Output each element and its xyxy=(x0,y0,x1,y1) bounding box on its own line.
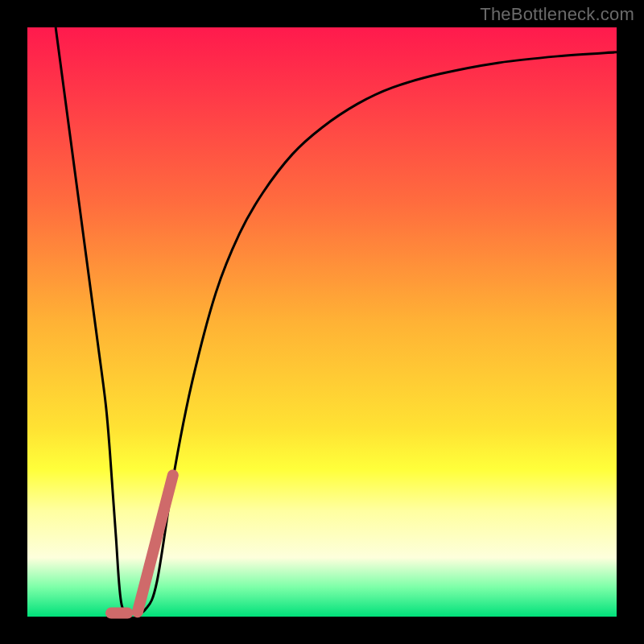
bottleneck-curve-path xyxy=(56,27,617,613)
chart-canvas xyxy=(27,27,617,617)
plot-area xyxy=(27,27,617,617)
watermark-source: TheBottleneck.com xyxy=(480,4,634,25)
outer-frame: TheBottleneck.com xyxy=(0,0,644,644)
bottleneck-curve xyxy=(56,27,617,613)
